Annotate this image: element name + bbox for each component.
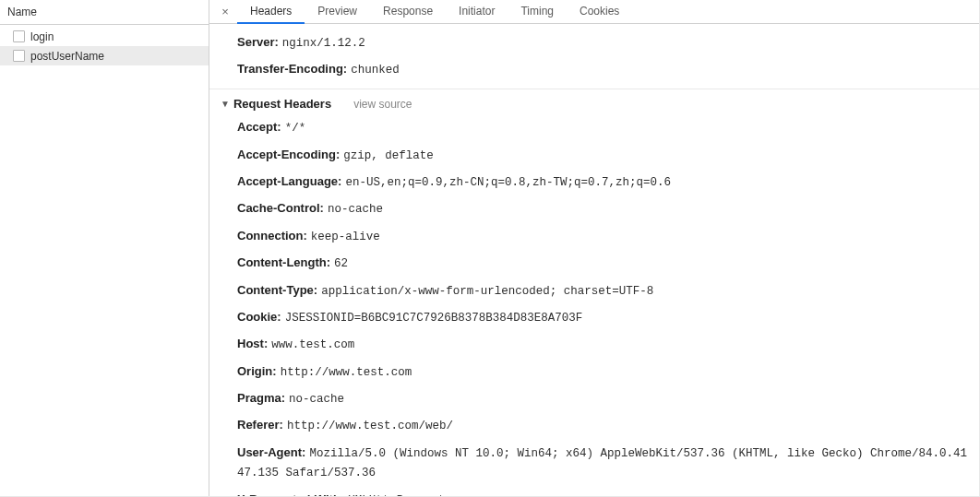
- header-row: Accept-Encoding:gzip, deflate: [209, 142, 979, 169]
- header-row: X-Requested-With:XMLHttpRequest: [209, 487, 979, 496]
- tab-response[interactable]: Response: [370, 0, 446, 24]
- header-key: Origin: [237, 364, 272, 378]
- header-value: 62: [334, 257, 348, 270]
- header-key: Cookie: [237, 310, 277, 324]
- header-value: JSESSIONID=B6BC91C7C7926B8378B384D83E8A7…: [285, 312, 583, 325]
- details-panel: × HeadersPreviewResponseInitiatorTimingC…: [209, 0, 979, 496]
- tab-initiator[interactable]: Initiator: [446, 0, 508, 24]
- header-row: Accept-Language:en-US,en;q=0.9,zh-CN;q=0…: [209, 169, 979, 195]
- colon: :: [264, 337, 268, 350]
- header-key: Connection: [237, 229, 304, 243]
- header-value: nginx/1.12.2: [282, 37, 365, 50]
- header-key: Referer: [237, 418, 280, 432]
- colon: :: [343, 62, 347, 76]
- header-value: no-cache: [328, 203, 383, 216]
- header-value: application/x-www-form-urlencoded; chars…: [321, 285, 653, 298]
- colon: :: [327, 255, 330, 269]
- header-value: */*: [285, 122, 306, 135]
- header-value: gzip, deflate: [343, 149, 434, 162]
- view-source-link[interactable]: view source: [353, 98, 412, 111]
- header-value: http://www.test.com/web/: [287, 420, 453, 432]
- header-row: Content-Length:62: [209, 250, 979, 277]
- header-value: chunked: [351, 64, 400, 77]
- file-icon: [13, 50, 25, 62]
- header-value: keep-alive: [311, 231, 380, 243]
- colon: :: [281, 391, 285, 405]
- tab-headers[interactable]: Headers: [237, 0, 305, 24]
- header-key: Cache-Control: [237, 201, 320, 215]
- header-row: Server:nginx/1.12.2: [209, 30, 979, 56]
- request-headers-section[interactable]: ▼ Request Headers view source: [209, 89, 979, 114]
- devtools-network-panel: Name loginpostUserName × HeadersPreviewR…: [0, 0, 980, 497]
- request-list-sidebar: Name loginpostUserName: [0, 0, 209, 496]
- header-row: Cookie:JSESSIONID=B6BC91C7C7926B8378B384…: [209, 304, 979, 331]
- colon: :: [274, 35, 278, 49]
- header-value: www.test.com: [271, 338, 354, 351]
- header-row: Origin:http://www.test.com: [209, 359, 979, 385]
- colon: :: [304, 229, 307, 243]
- tab-cookies[interactable]: Cookies: [567, 0, 632, 24]
- header-row: Content-Type:application/x-www-form-urle…: [209, 278, 979, 304]
- header-value: no-cache: [289, 393, 344, 406]
- header-row: Accept:*/*: [209, 114, 979, 141]
- headers-content: Server:nginx/1.12.2Transfer-Encoding:chu…: [209, 24, 979, 496]
- request-row[interactable]: postUserName: [0, 46, 209, 65]
- header-key: User-Agent: [237, 445, 302, 459]
- details-tabbar: × HeadersPreviewResponseInitiatorTimingC…: [209, 0, 979, 24]
- header-key: Server: [237, 35, 274, 49]
- colon: :: [336, 148, 340, 161]
- header-row: Host:www.test.com: [209, 331, 979, 358]
- tab-timing[interactable]: Timing: [508, 0, 567, 24]
- colon: :: [341, 492, 344, 496]
- header-key: Accept-Encoding: [237, 148, 336, 161]
- header-key: Accept: [237, 120, 277, 134]
- file-icon: [13, 30, 25, 42]
- header-key: Content-Length: [237, 255, 327, 269]
- close-icon[interactable]: ×: [213, 0, 237, 23]
- colon: :: [314, 283, 317, 297]
- header-key: X-Requested-With: [237, 492, 341, 496]
- header-key: Content-Type: [237, 283, 314, 297]
- colon: :: [280, 418, 283, 432]
- header-row: Cache-Control:no-cache: [209, 195, 979, 222]
- colon: :: [277, 120, 281, 134]
- request-label: postUserName: [30, 50, 104, 63]
- header-row: User-Agent:Mozilla/5.0 (Windows NT 10.0;…: [209, 440, 979, 487]
- colon: :: [277, 310, 281, 324]
- colon: :: [302, 445, 305, 459]
- header-row: Transfer-Encoding:chunked: [209, 56, 979, 83]
- section-title: Request Headers: [233, 97, 331, 111]
- request-row[interactable]: login: [0, 27, 209, 46]
- colon: :: [338, 174, 341, 188]
- tab-preview[interactable]: Preview: [305, 0, 370, 24]
- disclosure-triangle-icon[interactable]: ▼: [221, 99, 230, 109]
- header-value: http://www.test.com: [281, 366, 412, 379]
- colon: :: [272, 364, 276, 378]
- colon: :: [320, 201, 324, 215]
- header-value: XMLHttpRequest: [348, 494, 445, 496]
- header-key: Accept-Language: [237, 174, 338, 188]
- header-key: Host: [237, 337, 264, 350]
- request-list: loginpostUserName: [0, 25, 209, 65]
- header-row: Pragma:no-cache: [209, 385, 979, 412]
- header-value: en-US,en;q=0.9,zh-CN;q=0.8,zh-TW;q=0.7,z…: [345, 176, 671, 189]
- sidebar-column-header[interactable]: Name: [0, 0, 209, 25]
- header-value: Mozilla/5.0 (Windows NT 10.0; Win64; x64…: [237, 447, 967, 479]
- request-label: login: [30, 30, 54, 43]
- header-key: Pragma: [237, 391, 281, 405]
- header-key: Transfer-Encoding: [237, 62, 343, 76]
- header-row: Referer:http://www.test.com/web/: [209, 412, 979, 439]
- header-row: Connection:keep-alive: [209, 223, 979, 250]
